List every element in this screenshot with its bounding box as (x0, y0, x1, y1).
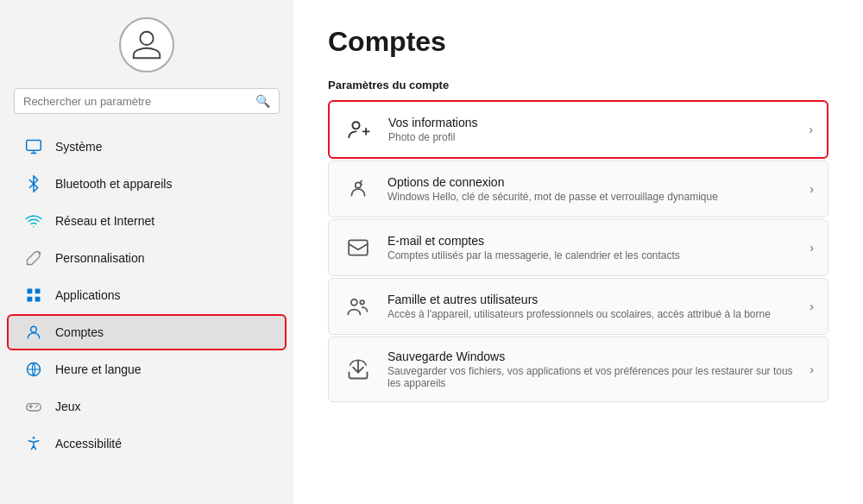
svg-point-15 (360, 300, 364, 305)
settings-item-text: Vos informations Photo de profil (388, 116, 795, 143)
nav-items: Système Bluetooth et appareils Réseau et… (0, 128, 293, 487)
settings-item-desc: Accès à l'appareil, utilisateurs profess… (387, 308, 796, 320)
sauvegarde-icon (343, 354, 374, 385)
sidebar-item-applications[interactable]: Applications (7, 277, 287, 313)
page-title: Comptes (328, 26, 828, 58)
sidebar-item-label: Applications (55, 288, 121, 302)
sidebar-item-label: Accessibilité (55, 437, 122, 450)
chevron-right-icon: › (809, 362, 814, 376)
chevron-right-icon: › (809, 299, 814, 313)
sidebar-item-label: Système (55, 140, 102, 154)
settings-item-vos-informations[interactable]: Vos informations Photo de profil › (328, 100, 828, 159)
user-avatar-icon (130, 28, 163, 61)
settings-item-text: Sauvegarde Windows Sauvegarder vos fichi… (387, 350, 796, 389)
svg-rect-13 (349, 240, 368, 255)
svg-rect-2 (35, 289, 41, 294)
sidebar-item-bluetooth[interactable]: Bluetooth et appareils (7, 166, 287, 202)
settings-item-text: E-mail et comptes Comptes utilisés par l… (387, 234, 796, 261)
avatar (119, 17, 174, 72)
search-input[interactable] (23, 95, 255, 108)
chevron-right-icon: › (809, 123, 813, 136)
settings-item-title: E-mail et comptes (387, 234, 796, 248)
sidebar-item-heure[interactable]: Heure et langue (7, 351, 287, 387)
user-icon (24, 323, 43, 342)
search-icon: 🔍 (255, 94, 270, 108)
settings-item-title: Options de connexion (387, 175, 796, 189)
svg-point-8 (35, 406, 37, 408)
apps-icon (24, 286, 43, 305)
famille-icon (343, 291, 374, 322)
accessibility-icon (24, 434, 43, 453)
settings-item-title: Famille et autres utilisateurs (387, 293, 796, 306)
gamepad-icon (24, 397, 43, 416)
connexion-icon (343, 173, 374, 205)
chevron-right-icon: › (809, 182, 814, 196)
settings-item-desc: Sauvegarder vos fichiers, vos applicatio… (387, 365, 796, 389)
settings-list: Vos informations Photo de profil › Optio… (328, 100, 828, 402)
svg-point-14 (351, 299, 357, 306)
sidebar-item-personnalisation[interactable]: Personnalisation (7, 240, 287, 276)
section-title: Paramètres du compte (328, 79, 828, 91)
sidebar-item-label: Jeux (55, 400, 81, 413)
monitor-icon (24, 137, 43, 156)
settings-item-text: Options de connexion Windows Hello, clé … (387, 175, 796, 203)
settings-item-text: Famille et autres utilisateurs Accès à l… (387, 293, 796, 320)
settings-item-desc: Windows Hello, clé de sécurité, mot de p… (387, 191, 796, 203)
settings-item-email[interactable]: E-mail et comptes Comptes utilisés par l… (328, 219, 828, 276)
sidebar: 🔍 Système Bluetooth et appareils (0, 0, 293, 504)
settings-item-options-connexion[interactable]: Options de connexion Windows Hello, clé … (328, 161, 828, 217)
settings-item-title: Sauvegarde Windows (387, 350, 796, 363)
svg-rect-1 (28, 289, 33, 294)
svg-point-10 (33, 437, 35, 439)
settings-item-famille[interactable]: Famille et autres utilisateurs Accès à l… (328, 278, 828, 335)
svg-point-11 (352, 122, 359, 129)
avatar-section (0, 17, 293, 72)
sidebar-item-label: Réseau et Internet (55, 214, 154, 228)
svg-rect-3 (28, 297, 33, 302)
svg-point-5 (31, 326, 37, 332)
sidebar-item-label: Comptes (55, 325, 104, 339)
sidebar-item-reseau[interactable]: Réseau et Internet (7, 203, 287, 239)
svg-point-7 (36, 405, 38, 406)
settings-item-title: Vos informations (388, 116, 795, 129)
globe-icon (24, 360, 43, 379)
settings-item-sauvegarde[interactable]: Sauvegarde Windows Sauvegarder vos fichi… (328, 337, 828, 402)
chevron-right-icon: › (809, 241, 814, 255)
sidebar-item-comptes[interactable]: Comptes (7, 314, 287, 350)
email-icon (343, 232, 374, 263)
sidebar-item-systeme[interactable]: Système (7, 129, 287, 165)
sidebar-item-label: Heure et langue (55, 362, 142, 376)
sidebar-item-accessibilite[interactable]: Accessibilité (7, 425, 287, 462)
wifi-icon (24, 211, 43, 230)
search-box[interactable]: 🔍 (14, 88, 280, 114)
main-content: Comptes Paramètres du compte Vos informa… (293, 0, 863, 504)
svg-rect-4 (35, 297, 41, 302)
sidebar-item-label: Personnalisation (55, 251, 145, 265)
settings-item-desc: Comptes utilisés par la messagerie, le c… (387, 249, 796, 261)
svg-rect-9 (27, 404, 41, 411)
sidebar-item-label: Bluetooth et appareils (55, 177, 172, 191)
vos-informations-icon (343, 114, 375, 145)
bluetooth-icon (24, 174, 43, 193)
settings-item-desc: Photo de profil (388, 131, 795, 143)
sidebar-item-jeux[interactable]: Jeux (7, 388, 287, 425)
svg-rect-0 (27, 141, 41, 151)
brush-icon (24, 249, 43, 268)
